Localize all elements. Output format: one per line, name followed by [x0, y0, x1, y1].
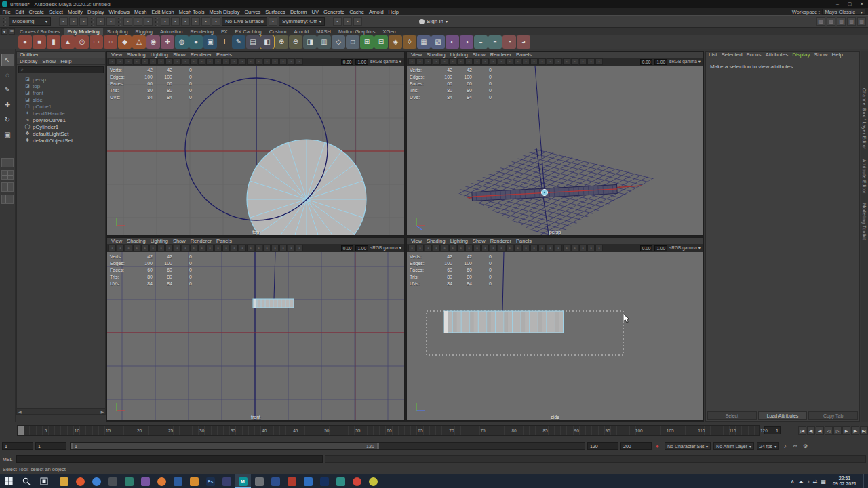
taskbar-app-maya[interactable]: M — [235, 474, 251, 488]
viewport-menu-panels[interactable]: Panels — [516, 52, 532, 58]
platonic-solid-button[interactable]: ◆ — [118, 35, 132, 49]
viewport-menu-renderer[interactable]: Renderer — [490, 52, 511, 58]
isolate-select-icon[interactable]: ▫ — [571, 58, 578, 65]
viewport-menu-view[interactable]: View — [411, 238, 422, 244]
go-to-end-button[interactable]: ▶| — [860, 426, 868, 435]
viewport-persp[interactable]: ViewShadingLightingShowRendererPanels▫▫▫… — [406, 51, 704, 236]
outliner-item-bend1handle[interactable]: ✦bend1Handle — [17, 110, 105, 117]
single-pane-layout-button[interactable] — [1, 158, 14, 167]
save-scene-icon[interactable]: ▪ — [79, 17, 88, 26]
gamma-field[interactable]: 1.00 — [355, 245, 368, 251]
screen-ao-icon[interactable]: ▫ — [579, 58, 587, 65]
step-forward-key-button[interactable]: |▶ — [851, 426, 859, 435]
ae-menu-focus[interactable]: Focus — [747, 52, 762, 58]
viewport-menu-renderer[interactable]: Renderer — [191, 52, 212, 58]
image-plane-icon[interactable]: ▫ — [141, 245, 149, 251]
grid-display-icon[interactable]: ▫ — [465, 245, 473, 251]
viewport-menu-renderer[interactable]: Renderer — [490, 238, 511, 244]
outliner-menu-display[interactable]: Display — [20, 58, 37, 64]
shadows-mode-icon[interactable]: ▫ — [555, 58, 562, 65]
snap-to-projected-center-icon[interactable]: ▪ — [191, 17, 200, 26]
taskbar-app-12[interactable] — [283, 474, 300, 488]
outliner-item-pcube1[interactable]: ▢pCube1 — [17, 103, 105, 110]
poly-cone-button[interactable]: ▲ — [61, 35, 75, 49]
shelf-tab-xgen[interactable]: XGen — [380, 28, 399, 35]
viewport-menu-show[interactable]: Show — [473, 52, 486, 58]
scroll-right-icon[interactable]: ▶ — [100, 409, 104, 414]
tool-settings-toggle[interactable]: ▥ — [847, 17, 856, 26]
2d-pan-zoom-icon[interactable]: ▫ — [449, 245, 456, 251]
multisample-aa-icon[interactable]: ▫ — [296, 58, 303, 65]
play-backwards-button[interactable]: ◁ — [825, 426, 833, 435]
2d-pan-zoom-icon[interactable]: ▫ — [149, 245, 157, 251]
taskbar-app-4[interactable] — [121, 474, 137, 488]
bevel-button[interactable]: ▥ — [317, 35, 331, 49]
step-back-frame-button[interactable]: ◀ — [816, 426, 824, 435]
maximize-button[interactable]: ▢ — [844, 1, 856, 7]
file-explorer-icon[interactable] — [56, 474, 72, 488]
sweep-mesh-button[interactable]: ▣ — [203, 35, 217, 49]
taskbar-app-16[interactable] — [349, 474, 365, 488]
shaded-mode-icon[interactable]: ▫ — [530, 245, 538, 251]
snap-to-point-icon[interactable]: ▪ — [181, 17, 190, 26]
poly-torus-button[interactable]: ◎ — [75, 35, 89, 49]
multisample-aa-icon[interactable]: ▫ — [296, 245, 303, 251]
menu-cache[interactable]: Cache — [349, 9, 365, 15]
separator-grip[interactable] — [118, 18, 121, 26]
view-transform-selector[interactable]: sRGB gamma ▾ — [669, 245, 701, 251]
extrude-button[interactable]: □ — [346, 35, 359, 49]
safe-action-icon[interactable]: ▫ — [506, 245, 513, 251]
viewport-menu-show[interactable]: Show — [173, 238, 186, 244]
shelf-tool-36-button[interactable]: ◕ — [517, 35, 530, 49]
viewport-menu-view[interactable]: View — [111, 238, 122, 244]
safe-title-icon[interactable]: ▫ — [514, 58, 521, 65]
boolean-union-button[interactable]: ▤ — [246, 35, 260, 49]
camera-attributes-icon[interactable]: ▫ — [125, 58, 132, 65]
ipr-render-icon[interactable]: ▪ — [343, 17, 352, 26]
lock-camera-icon[interactable]: ▫ — [416, 58, 424, 65]
separator-grip[interactable] — [328, 18, 330, 26]
shaded-mode-icon[interactable]: ▫ — [231, 58, 238, 65]
grid-display-icon[interactable]: ▫ — [165, 245, 173, 251]
wireframe-mode-icon[interactable]: ▫ — [222, 245, 230, 251]
menu-create[interactable]: Create — [28, 9, 45, 15]
image-plane-icon[interactable]: ▫ — [441, 58, 448, 65]
shelf-tool-35-button[interactable]: ◔ — [502, 35, 516, 49]
poly-gear-button[interactable]: ◍ — [175, 35, 189, 49]
channel-box-toggle[interactable]: ▥ — [857, 17, 866, 26]
mirror-button[interactable]: ◊ — [403, 35, 416, 49]
film-gate-icon[interactable]: ▫ — [473, 245, 481, 251]
humanik-toggle[interactable]: ▥ — [827, 17, 835, 26]
shelf-tab-motion-graphics[interactable]: Motion Graphics — [335, 28, 379, 35]
make-live-icon[interactable]: ▪ — [212, 17, 220, 26]
outliner-menu-help[interactable]: Help — [60, 58, 71, 64]
film-gate-icon[interactable]: ▫ — [174, 245, 181, 251]
shelf-tab-curves-surfaces[interactable]: Curves / Surfaces — [16, 28, 64, 35]
isolate-select-icon[interactable]: ▫ — [271, 58, 279, 65]
step-back-key-button[interactable]: ◀| — [807, 426, 815, 435]
shelf-tab-animation[interactable]: Animation — [157, 28, 186, 35]
gate-mask-icon[interactable]: ▫ — [190, 245, 197, 251]
lasso-tool[interactable]: ◌ — [1, 68, 14, 81]
shadows-mode-icon[interactable]: ▫ — [255, 58, 262, 65]
undo-icon[interactable]: ▪ — [96, 17, 105, 26]
search-input[interactable] — [26, 68, 101, 73]
outliner-item-side[interactable]: ◪side — [17, 96, 105, 103]
select-by-component-icon[interactable]: ▪ — [144, 17, 153, 26]
poly-pipe-button[interactable]: ◉ — [146, 35, 160, 49]
mute-icon[interactable]: ♪ — [781, 442, 789, 450]
close-button[interactable]: ✕ — [856, 1, 868, 7]
volume-icon[interactable]: ♪ — [807, 479, 810, 485]
select-camera-icon[interactable]: ▫ — [408, 245, 416, 251]
xray-mode-icon[interactable]: ▫ — [263, 245, 271, 251]
two-pane-layout-button[interactable] — [1, 182, 14, 192]
shadows-mode-icon[interactable]: ▫ — [555, 245, 562, 251]
menu-help[interactable]: Help — [388, 9, 399, 15]
combine-button[interactable]: ⊕ — [275, 35, 288, 49]
image-plane-icon[interactable]: ▫ — [141, 58, 149, 65]
animation-end-field[interactable]: 200 — [620, 442, 652, 450]
resolution-gate-icon[interactable]: ▫ — [481, 245, 489, 251]
viewport-front[interactable]: ViewShadingLightingShowRendererPanels▫▫▫… — [106, 237, 405, 421]
select-by-hierarchy-icon[interactable]: ▪ — [123, 17, 132, 26]
keyboard-icon[interactable]: ▦ — [821, 479, 826, 485]
